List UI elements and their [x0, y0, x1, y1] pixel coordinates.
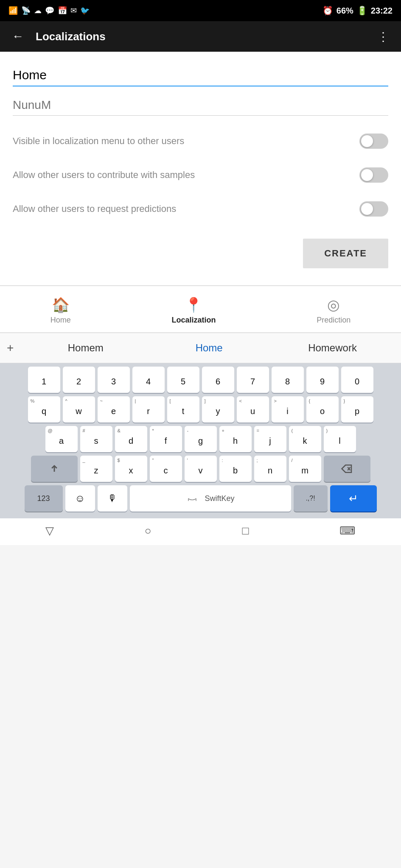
page-title: Localizations [36, 30, 365, 43]
key-k[interactable]: (k [289, 426, 321, 452]
name-input-group [13, 64, 388, 86]
messenger-icon: 💬 [45, 6, 54, 15]
key-0[interactable]: 0 [341, 367, 373, 393]
name-input[interactable] [13, 64, 388, 86]
key-spacebar[interactable]: SwiftKey [130, 485, 291, 512]
toggle-contribute-label: Allow other users to contribute with sam… [13, 170, 359, 181]
system-nav-bar: ▽ ○ □ ⌨ [0, 518, 401, 545]
system-home-button[interactable]: ○ [145, 524, 151, 537]
wifi-icon: 📡 [21, 6, 31, 15]
key-y[interactable]: ]y [202, 396, 234, 423]
toggle-visible-switch[interactable] [359, 134, 388, 149]
localization-nav-icon: 📍 [185, 296, 202, 313]
suggestion-word-2[interactable]: Homework [271, 342, 394, 354]
status-right: ⏰ 66% 🔋 23:22 [322, 6, 393, 16]
key-d[interactable]: &d [115, 426, 147, 452]
nav-item-home[interactable]: 🏠 Home [38, 293, 84, 328]
key-o[interactable]: {o [306, 396, 339, 423]
key-4[interactable]: 4 [132, 367, 165, 393]
key-q[interactable]: %q [28, 396, 60, 423]
key-t[interactable]: [t [167, 396, 199, 423]
key-i[interactable]: >i [272, 396, 304, 423]
main-content: Visible in localization menu to other us… [0, 52, 401, 285]
create-button-row: CREATE [13, 226, 388, 277]
key-s[interactable]: #s [80, 426, 112, 452]
key-8[interactable]: 8 [272, 367, 304, 393]
toggle-predictions-switch[interactable] [359, 201, 388, 217]
signal-icon: 📶 [8, 6, 18, 15]
key-r[interactable]: |r [132, 396, 165, 423]
cloud-icon: ☁ [34, 6, 42, 15]
key-num123[interactable]: 123 [25, 485, 63, 512]
key-backspace[interactable] [324, 456, 370, 482]
suggestion-bar: + Homem Home Homework [0, 333, 401, 363]
more-options-button[interactable]: ⋮ [374, 26, 393, 47]
suggestion-plus[interactable]: + [7, 341, 14, 355]
key-6[interactable]: 6 [202, 367, 234, 393]
key-m[interactable]: /m [289, 456, 321, 482]
battery-level: 66% [337, 6, 353, 16]
create-button[interactable]: CREATE [303, 239, 388, 268]
key-v[interactable]: 'v [185, 456, 217, 482]
key-a[interactable]: @a [45, 426, 78, 452]
key-2[interactable]: 2 [63, 367, 95, 393]
nav-label-prediction: Prediction [317, 316, 351, 325]
key-c[interactable]: "c [150, 456, 182, 482]
mail-icon: ✉ [70, 6, 77, 15]
key-emoji[interactable]: ☺ [65, 485, 95, 512]
toggle-visible-label: Visible in localization menu to other us… [13, 136, 359, 147]
key-l[interactable]: )l [324, 426, 356, 452]
status-bar: 📶 📡 ☁ 💬 📅 ✉ 🐦 ⏰ 66% 🔋 23:22 [0, 0, 401, 21]
key-7[interactable]: 7 [237, 367, 269, 393]
home-nav-icon: 🏠 [52, 296, 70, 313]
nav-item-localization[interactable]: 📍 Localization [159, 293, 228, 328]
key-b[interactable]: :b [219, 456, 252, 482]
system-back-button[interactable]: ▽ [45, 524, 54, 537]
key-punctuation[interactable]: .,?! [294, 485, 328, 512]
key-w[interactable]: ^w [63, 396, 95, 423]
key-p[interactable]: }p [341, 396, 373, 423]
toggle-predictions-label: Allow other users to request predictions [13, 203, 359, 214]
key-z[interactable]: _z [80, 456, 112, 482]
top-nav-bar: ← Localizations ⋮ [0, 21, 401, 52]
back-button[interactable]: ← [8, 26, 27, 47]
toggle-predictions-row: Allow other users to request predictions [13, 192, 388, 226]
nav-item-prediction[interactable]: ◎ Prediction [304, 293, 363, 328]
twitter-icon: 🐦 [80, 6, 90, 15]
toggle-contribute-switch[interactable] [359, 167, 388, 183]
key-1[interactable]: 1 [28, 367, 60, 393]
alarm-icon: ⏰ [322, 6, 333, 16]
key-j[interactable]: =j [254, 426, 286, 452]
key-h[interactable]: +h [219, 426, 252, 452]
key-5[interactable]: 5 [167, 367, 199, 393]
suggestion-word-1[interactable]: Home [147, 342, 271, 354]
key-enter[interactable]: ↵ [330, 485, 377, 512]
keyboard-row-qwerty: %q ^w ~e |r [t ]y <u >i {o }p [2, 396, 399, 423]
suggestion-word-0[interactable]: Homem [24, 342, 147, 354]
keyboard-row-numbers: 1 2 3 4 5 6 7 8 9 0 [2, 367, 399, 393]
keyboard-row-asdf: @a #s &d *f -g +h =j (k )l [2, 426, 399, 452]
key-f[interactable]: *f [150, 426, 182, 452]
battery-icon: 🔋 [357, 6, 367, 16]
toggle-contribute-row: Allow other users to contribute with sam… [13, 158, 388, 192]
keyboard: 1 2 3 4 5 6 7 8 9 0 %q ^w ~e |r [t ]y <u… [0, 363, 401, 518]
key-e[interactable]: ~e [98, 396, 130, 423]
bottom-nav: 🏠 Home 📍 Localization ◎ Prediction [0, 286, 401, 332]
calendar-icon: 📅 [58, 6, 67, 15]
prediction-nav-icon: ◎ [327, 296, 340, 313]
key-g[interactable]: -g [185, 426, 217, 452]
system-keyboard-button[interactable]: ⌨ [339, 524, 356, 537]
subtitle-input[interactable] [13, 95, 388, 116]
key-x[interactable]: $x [115, 456, 147, 482]
nav-label-localization: Localization [171, 316, 216, 325]
key-3[interactable]: 3 [98, 367, 130, 393]
key-9[interactable]: 9 [306, 367, 339, 393]
key-shift[interactable] [31, 456, 78, 482]
key-u[interactable]: <u [237, 396, 269, 423]
toggle-visible-row: Visible in localization menu to other us… [13, 124, 388, 158]
keyboard-row-zxcv: _z $x "c 'v :b ;n /m [2, 456, 399, 482]
key-n[interactable]: ;n [254, 456, 286, 482]
time-display: 23:22 [371, 6, 393, 16]
key-mic[interactable]: 🎙 [98, 485, 127, 512]
system-recents-button[interactable]: □ [242, 524, 249, 537]
